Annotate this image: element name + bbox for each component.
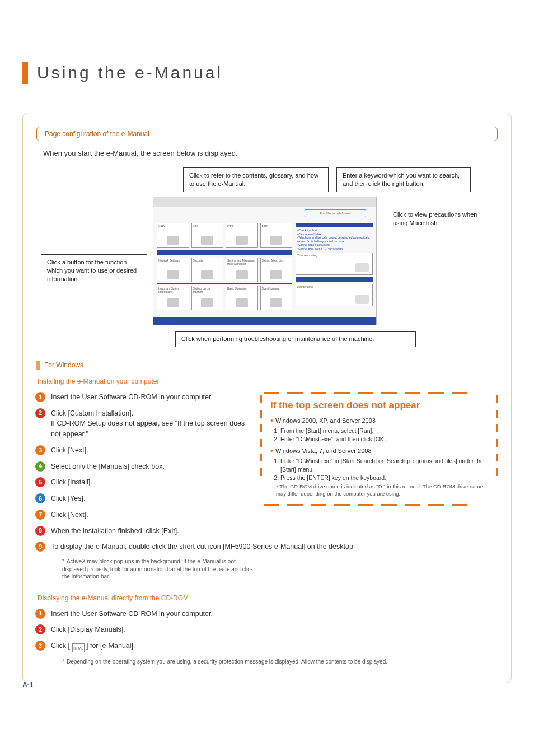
mac-users-band: For Macintosh Users (305, 209, 366, 217)
os-7-label: Windows Vista, 7, and Server 2008 (275, 447, 372, 454)
xp-steps: From the [Start] menu, select [Run]. Ent… (270, 427, 488, 444)
card-basicop: Basic Operation (226, 286, 258, 310)
win7-steps: Enter "D:\Minst.exe" in [Start Search] o… (270, 457, 488, 483)
display-note: *Depending on the operating system you a… (46, 658, 498, 666)
html-icon: HTML (72, 643, 85, 652)
card-scan: Scan (260, 223, 293, 248)
activex-note: *ActiveX may block pop-ups in the backgr… (46, 558, 259, 581)
card-specs: Specifications (260, 286, 293, 310)
troubleshoot-list: Check this first. Cannot send a fax. Tel… (296, 228, 373, 250)
top-screen-note-box: If the top screen does not appear •Windo… (260, 392, 498, 506)
display-step-3: Click [ HTML ] for [e-Manual]. (51, 642, 135, 650)
install-step-4: Select only the [Manuals] check box. (51, 463, 165, 470)
card-security: Security (191, 258, 224, 282)
install-heading: Installing the e-Manual on your computer (38, 377, 498, 385)
card-maintenance: Maintenance (296, 284, 373, 306)
install-step-5: Click [Install]. (51, 478, 92, 486)
install-step-2-sub: If CD-ROM Setup does not appear, see "If… (51, 419, 245, 438)
card-troubleshooting: Troubleshooting (296, 253, 373, 275)
emanual-screenshot: For Macintosh Users Copy Fax Print Scan … (153, 197, 377, 325)
dstep-badge-1: 1 (35, 609, 45, 619)
content-panel: Page configuration of the e-Manual When … (22, 113, 512, 683)
callout-contents: Click to refer to the contents, glossary… (183, 167, 329, 192)
card-setup: Setting Up the Machine (191, 286, 224, 310)
install-step-3: Click [Next]. (51, 446, 88, 454)
install-step-7: Click [Next]. (51, 511, 88, 519)
dstep-badge-3: 3 (35, 641, 45, 651)
step-badge-8: 8 (35, 526, 45, 536)
card-copy: Copy (157, 223, 189, 248)
step-badge-7: 7 (35, 510, 45, 520)
step-badge-3: 3 (35, 445, 45, 455)
page-title: Using the e-Manual (37, 63, 223, 82)
for-windows-bar: For Windows (36, 361, 498, 370)
diagram-area: Click to refer to the contents, glossary… (41, 167, 493, 347)
install-step-6: Click [Yes]. (51, 494, 85, 502)
install-steps: 1Insert the User Software CD-ROM in your… (36, 392, 249, 536)
card-network: Network Settings (157, 258, 189, 282)
display-step-2: Click [Display Manuals]. (51, 626, 125, 633)
callout-search: Enter a keyword which you want to search… (336, 167, 471, 192)
page-number: A-1 (22, 681, 33, 689)
card-safety: Important Safety Instructions (157, 286, 189, 310)
display-heading: Displaying the e-Manual directly from th… (38, 594, 498, 602)
intro-text: When you start the e-Manual, the screen … (43, 149, 498, 157)
install-step-1: Insert the User Software CD-ROM in your … (51, 393, 213, 401)
dstep-badge-2: 2 (35, 624, 45, 634)
display-steps: 1Insert the User Software CD-ROM in your… (36, 609, 498, 653)
callout-maintenance: Click when performing troubleshooting or… (175, 331, 416, 347)
step-badge-5: 5 (35, 477, 45, 487)
os-xp-label: Windows 2000, XP, and Server 2003 (275, 417, 376, 424)
step-badge-2: 2 (35, 408, 45, 418)
card-print: Print (226, 223, 258, 248)
step-badge-6: 6 (35, 493, 45, 503)
horizontal-rule (22, 101, 512, 101)
section-heading-config: Page configuration of the e-Manual (36, 127, 498, 141)
install-step-9: To display the e-Manual, double-click th… (51, 543, 355, 550)
for-windows-label: For Windows (44, 361, 83, 369)
install-step-2: Click [Custom Installation]. (51, 409, 133, 417)
card-manage: Setting and Managing from Computer (226, 258, 258, 282)
card-fax: Fax (191, 223, 224, 248)
step-badge-4: 4 (35, 461, 45, 472)
step-badge-9: 9 (35, 542, 45, 552)
callout-macintosh: Click to view precautions when using Mac… (387, 207, 493, 231)
dashed-title: If the top screen does not appear (270, 400, 488, 411)
drive-note: * The CD-ROM drive name is indicated as … (270, 483, 488, 498)
callout-function: Click a button for the function which yo… (41, 254, 147, 287)
step-badge-1: 1 (35, 392, 45, 402)
card-menulist: Setting Menu List (260, 258, 293, 282)
page-title-bar: Using the e-Manual (22, 62, 512, 84)
install-step-8: When the installation finished, click [E… (51, 527, 179, 535)
title-accent (22, 62, 28, 84)
display-step-1: Insert the User Software CD-ROM in your … (51, 610, 213, 618)
